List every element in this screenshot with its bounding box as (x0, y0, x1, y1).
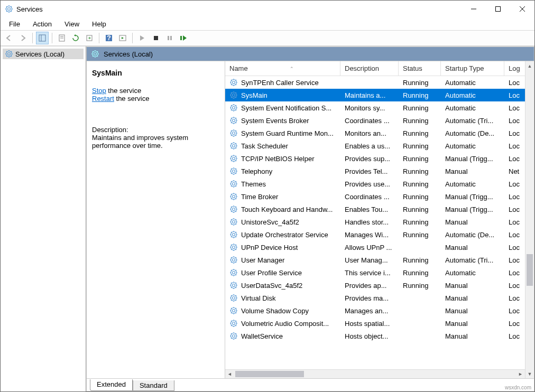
service-status: Running (399, 155, 441, 163)
service-startup: Automatic (441, 79, 504, 87)
pause-service-button[interactable] (163, 32, 176, 44)
scroll-up-icon[interactable]: ▲ (525, 61, 534, 70)
service-name: Task Scheduler (241, 142, 288, 150)
gear-icon (229, 129, 238, 137)
service-name-cell: Themes (225, 180, 340, 188)
service-row[interactable]: System Guard Runtime Mon...Monitors an..… (225, 127, 534, 139)
service-row[interactable]: Update Orchestrator ServiceManages Wi...… (225, 228, 534, 241)
scroll-thumb[interactable] (235, 371, 304, 377)
service-row[interactable]: User ManagerUser Manag...RunningAutomati… (225, 254, 534, 266)
service-row[interactable]: TelephonyProvides Tel...RunningManualNet (225, 165, 534, 178)
watermark: wsxdn.com (505, 385, 531, 390)
tab-standard[interactable]: Standard (133, 380, 174, 391)
service-row[interactable]: Touch Keyboard and Handw...Enables Tou..… (225, 203, 534, 216)
forward-button[interactable] (16, 32, 29, 44)
nav-item-services-local[interactable]: Services (Local) (3, 49, 84, 59)
service-row[interactable]: SysMainMaintains a...RunningAutomaticLoc (225, 89, 534, 101)
scroll-right-icon[interactable]: ► (516, 371, 525, 377)
scroll-left-icon[interactable]: ◄ (225, 371, 234, 377)
menu-action[interactable]: Action (27, 19, 57, 29)
vertical-scrollbar[interactable]: ▲ ▼ (525, 61, 534, 378)
horizontal-scrollbar[interactable]: ◄ ► (225, 369, 525, 378)
gear-icon (229, 243, 238, 251)
menubar: File Action View Help (1, 17, 534, 30)
service-row[interactable]: SynTPEnh Caller ServiceRunningAutomaticL… (225, 76, 534, 89)
service-logon: Loc (504, 91, 525, 99)
service-startup: Automatic (441, 180, 504, 188)
service-list: Name⌃ Description Status Startup Type Lo… (225, 61, 534, 378)
service-row[interactable]: UnistoreSvc_4a5f2Handles stor...RunningM… (225, 216, 534, 228)
col-header-status[interactable]: Status (399, 61, 441, 76)
service-logon: Loc (504, 155, 525, 163)
service-logon: Loc (504, 320, 525, 328)
service-row[interactable]: WalletServiceHosts object...ManualLoc (225, 330, 534, 342)
service-status: Running (399, 142, 441, 150)
menu-file[interactable]: File (4, 19, 25, 29)
service-desc: Coordinates ... (340, 193, 399, 201)
refresh-button[interactable] (69, 32, 82, 44)
service-logon: Loc (504, 294, 525, 302)
action-button[interactable] (116, 32, 129, 44)
gear-icon (229, 319, 238, 328)
service-desc: Provides sup... (340, 155, 399, 163)
service-row[interactable]: Virtual DiskProvides ma...ManualLoc (225, 292, 534, 304)
properties-button[interactable] (56, 32, 68, 44)
service-startup: Automatic (441, 104, 504, 112)
service-row[interactable]: Time BrokerCoordinates ...RunningManual … (225, 190, 534, 203)
service-startup: Automatic (441, 269, 504, 277)
service-name-cell: UserDataSvc_4a5f2 (225, 281, 340, 290)
col-header-description[interactable]: Description (340, 61, 399, 76)
stop-service-link[interactable]: Stop (92, 87, 106, 95)
service-row[interactable]: Task SchedulerEnables a us...RunningAuto… (225, 139, 534, 152)
toolbar-separator (99, 33, 99, 43)
service-startup: Manual (441, 167, 504, 175)
stop-service-button[interactable] (150, 32, 162, 44)
col-header-name[interactable]: Name⌃ (225, 61, 340, 76)
restart-service-button[interactable] (177, 32, 190, 44)
services-window: Services File Action View Help ? (0, 0, 535, 392)
scroll-track[interactable] (525, 70, 534, 369)
list-body[interactable]: SynTPEnh Caller ServiceRunningAutomaticL… (225, 76, 534, 369)
col-header-logon[interactable]: Log (504, 61, 525, 76)
gear-icon (229, 332, 238, 340)
service-desc: This service i... (340, 269, 399, 277)
service-row[interactable]: UserDataSvc_4a5f2Provides ap...RunningMa… (225, 279, 534, 292)
service-row[interactable]: ThemesProvides use...RunningAutomaticLoc (225, 178, 534, 190)
col-header-startup[interactable]: Startup Type (441, 61, 504, 76)
service-row[interactable]: UPnP Device HostAllows UPnP ...ManualLoc (225, 241, 534, 254)
gear-icon (229, 180, 238, 188)
service-logon: Net (504, 167, 525, 175)
start-service-button[interactable] (136, 32, 149, 44)
gear-icon (229, 306, 238, 315)
service-row[interactable]: Volume Shadow CopyManages an...ManualLoc (225, 304, 534, 317)
help-button[interactable]: ? (103, 32, 115, 44)
service-row[interactable]: System Events BrokerCoordinates ...Runni… (225, 114, 534, 127)
maximize-button[interactable] (486, 1, 510, 17)
service-status: Running (399, 129, 441, 137)
service-row[interactable]: User Profile ServiceThis service i...Run… (225, 266, 534, 279)
scroll-down-icon[interactable]: ▼ (525, 369, 534, 378)
service-name-cell: UnistoreSvc_4a5f2 (225, 218, 340, 226)
menu-help[interactable]: Help (87, 19, 112, 29)
scroll-track[interactable] (234, 370, 516, 378)
close-button[interactable] (510, 1, 534, 17)
service-row[interactable]: System Event Notification S...Monitors s… (225, 101, 534, 114)
export-button[interactable] (83, 32, 96, 44)
svg-rect-14 (39, 35, 45, 41)
back-button[interactable] (3, 32, 15, 44)
toolbar-separator (32, 33, 33, 43)
gear-icon (229, 167, 238, 175)
service-row[interactable]: Volumetric Audio Composit...Hosts spatia… (225, 317, 534, 330)
restart-service-link[interactable]: Restart (92, 95, 114, 102)
service-row[interactable]: TCP/IP NetBIOS HelperProvides sup...Runn… (225, 152, 534, 165)
tab-extended[interactable]: Extended (90, 379, 133, 391)
titlebar: Services (1, 1, 534, 17)
service-logon: Loc (504, 244, 525, 251)
scroll-thumb[interactable] (527, 254, 533, 286)
service-name-cell: Volumetric Audio Composit... (225, 319, 340, 328)
toolbar-separator (52, 33, 52, 43)
minimize-button[interactable] (462, 1, 486, 17)
show-hide-tree-button[interactable] (36, 32, 49, 44)
service-desc: Hosts spatial... (340, 320, 399, 328)
menu-view[interactable]: View (59, 19, 85, 29)
